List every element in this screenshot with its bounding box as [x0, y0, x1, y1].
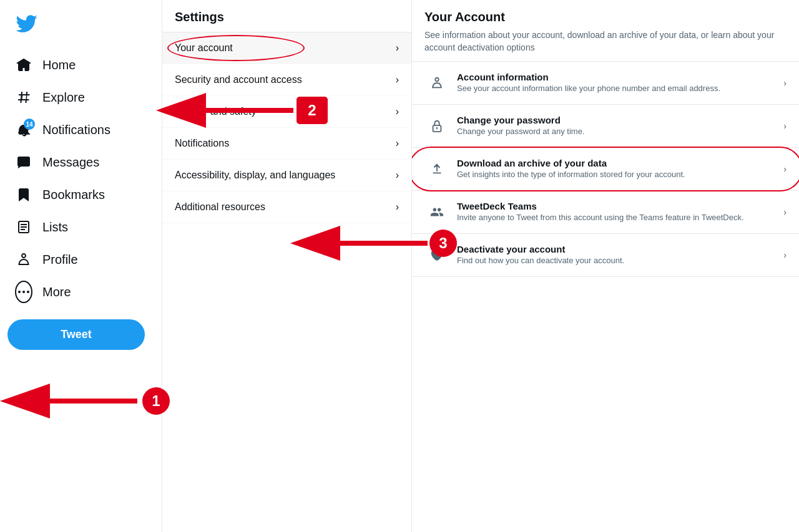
sidebar: Home Explore 14 Notifications Messages — [0, 0, 162, 532]
settings-item-privacy[interactable]: Privacy and safety › — [162, 96, 411, 128]
password-chevron: › — [783, 121, 787, 131]
bookmarks-label: Bookmarks — [42, 188, 105, 202]
messages-label: Messages — [42, 155, 99, 170]
account-title: Your Account — [424, 10, 787, 24]
your-account-label: Your account — [175, 42, 233, 54]
sidebar-item-messages[interactable]: Messages — [7, 147, 154, 177]
settings-title: Settings — [175, 10, 399, 24]
tweetdeck-text: TweetDeck Teams Invite anyone to Tweet f… — [457, 201, 783, 223]
deactivate-title: Deactivate your account — [457, 244, 783, 254]
password-desc: Change your password at any time. — [457, 127, 783, 137]
download-text: Download an archive of your data Get ins… — [457, 158, 783, 180]
deactivate-desc: Find out how you can deactivate your acc… — [457, 256, 783, 266]
lists-label: Lists — [42, 220, 68, 235]
download-desc: Get insights into the type of informatio… — [457, 170, 783, 180]
notifications-icon: 14 — [15, 121, 32, 138]
settings-panel: Settings Your account › Security and acc… — [162, 0, 412, 532]
chevron-icon-4: › — [396, 138, 399, 149]
person-icon — [424, 70, 449, 95]
password-text: Change your password Change your passwor… — [457, 115, 783, 137]
chevron-icon-2: › — [396, 74, 399, 85]
chevron-icon-3: › — [396, 106, 399, 117]
main-nav: Home Explore 14 Notifications Messages — [7, 50, 154, 309]
account-item-tweetdeck[interactable]: TweetDeck Teams Invite anyone to Tweet f… — [412, 191, 799, 234]
sidebar-item-explore[interactable]: Explore — [7, 82, 154, 112]
download-title: Download an archive of your data — [457, 158, 783, 168]
home-icon — [15, 56, 32, 74]
twitter-bird-icon — [15, 12, 37, 35]
privacy-label: Privacy and safety — [175, 106, 257, 117]
account-item-download[interactable]: Download an archive of your data Get ins… — [412, 148, 799, 191]
sidebar-item-lists[interactable]: Lists — [7, 212, 154, 242]
account-info-text: Account information See your account inf… — [457, 72, 783, 94]
chevron-icon-6: › — [396, 201, 399, 213]
explore-label: Explore — [42, 90, 85, 105]
account-info-desc: See your account information like your p… — [457, 84, 783, 94]
account-panel: Your Account See information about your … — [412, 0, 799, 532]
chevron-icon-5: › — [396, 170, 399, 181]
chevron-icon: › — [396, 42, 399, 54]
home-label: Home — [42, 58, 76, 72]
sidebar-item-profile[interactable]: Profile — [7, 244, 154, 274]
account-header: Your Account See information about your … — [412, 0, 799, 62]
explore-icon — [15, 89, 32, 106]
profile-label: Profile — [42, 253, 78, 267]
twitter-logo — [7, 6, 154, 50]
account-info-chevron: › — [783, 78, 787, 88]
more-label: More — [42, 285, 71, 299]
account-item-info[interactable]: Account information See your account inf… — [412, 62, 799, 105]
sidebar-item-home[interactable]: Home — [7, 50, 154, 80]
notifications-settings-label: Notifications — [175, 138, 229, 149]
accessibility-label: Accessibility, display, and languages — [175, 170, 335, 181]
tweetdeck-chevron: › — [783, 207, 787, 217]
settings-item-notifications[interactable]: Notifications › — [162, 128, 411, 160]
notifications-label: Notifications — [42, 123, 110, 137]
sidebar-item-notifications[interactable]: 14 Notifications — [7, 115, 154, 145]
tweetdeck-desc: Invite anyone to Tweet from this account… — [457, 213, 783, 223]
password-title: Change your password — [457, 115, 783, 125]
download-chevron: › — [783, 164, 787, 174]
sidebar-item-more[interactable]: More — [7, 277, 154, 307]
deactivate-chevron: › — [783, 250, 787, 260]
lists-icon — [15, 218, 32, 236]
lock-icon — [424, 114, 449, 138]
settings-item-accessibility[interactable]: Accessibility, display, and languages › — [162, 160, 411, 191]
people-icon — [424, 200, 449, 225]
settings-item-security[interactable]: Security and account access › — [162, 64, 411, 96]
messages-icon — [15, 153, 32, 171]
profile-icon — [15, 251, 32, 268]
tweetdeck-title: TweetDeck Teams — [457, 201, 783, 211]
account-description: See information about your account, down… — [424, 29, 787, 54]
notifications-badge: 14 — [24, 118, 35, 130]
settings-item-your-account[interactable]: Your account › — [162, 32, 411, 64]
settings-header: Settings — [162, 0, 411, 32]
download-icon — [424, 157, 449, 181]
account-item-password[interactable]: Change your password Change your passwor… — [412, 105, 799, 148]
security-label: Security and account access — [175, 74, 302, 85]
deactivate-text: Deactivate your account Find out how you… — [457, 244, 783, 266]
additional-label: Additional resources — [175, 201, 265, 213]
account-item-deactivate[interactable]: Deactivate your account Find out how you… — [412, 234, 799, 277]
more-icon — [15, 283, 32, 301]
heart-icon — [424, 243, 449, 268]
tweet-button[interactable]: Tweet — [7, 319, 145, 350]
sidebar-item-bookmarks[interactable]: Bookmarks — [7, 180, 154, 210]
account-info-title: Account information — [457, 72, 783, 82]
settings-item-additional[interactable]: Additional resources › — [162, 191, 411, 223]
bookmarks-icon — [15, 186, 32, 203]
